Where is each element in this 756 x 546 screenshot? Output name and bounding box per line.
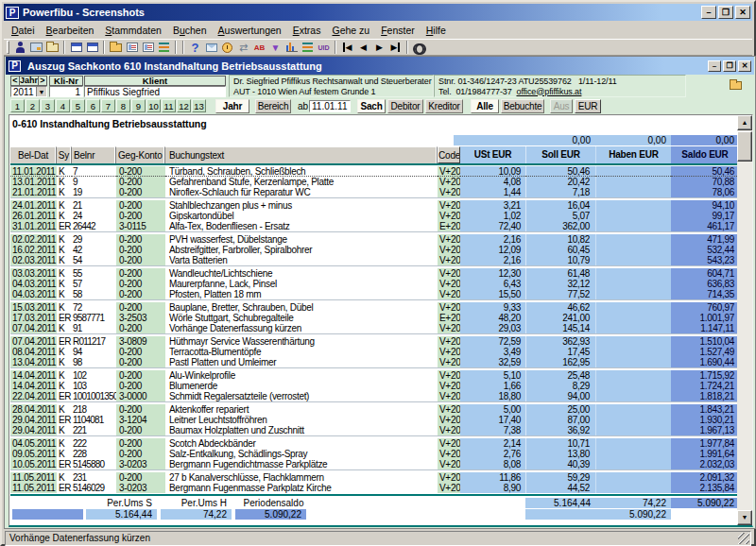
table-row[interactable]: 02.02.2011K290-200PVH wasserfest, Dübels… xyxy=(10,234,739,245)
uid-icon[interactable]: UID xyxy=(316,40,332,55)
table-row[interactable]: 07.04.2011ERR0112173-0809Hüthmayr Servic… xyxy=(10,336,739,347)
table-row[interactable]: 15.03.2011K720-200Bauplane, Bretter, Sch… xyxy=(10,302,739,313)
tab-number-5[interactable]: 5 xyxy=(71,99,85,112)
tab-number-6[interactable]: 6 xyxy=(86,99,100,112)
filter-icon[interactable]: ▼ xyxy=(267,40,284,55)
table-row[interactable]: 03.03.2011K550-200Wandleuchte/Lichtschie… xyxy=(10,268,739,279)
doc-restore-button[interactable]: ❐ xyxy=(723,60,736,72)
nav-first-icon[interactable]: ◀ xyxy=(339,40,355,55)
tab-bebuchte[interactable]: Bebuchte xyxy=(501,99,544,113)
header-haben[interactable]: Haben EUR xyxy=(595,146,671,163)
table-row[interactable]: 29.04.2011K2210-200Baumax Holzplatten un… xyxy=(10,425,739,435)
header-ust[interactable]: USt EUR xyxy=(460,146,525,163)
table-row[interactable]: 04.03.2011K570-200Maurerpfanne, Lack, Pi… xyxy=(10,279,739,289)
tab-number-4[interactable]: 4 xyxy=(56,99,70,112)
table-row[interactable]: 14.04.2011K1030-200BlumenerdeV+201,668,2… xyxy=(10,381,739,391)
tab-number-10[interactable]: 10 xyxy=(146,99,161,112)
tab-number-2[interactable]: 2 xyxy=(26,99,40,112)
layers-icon[interactable] xyxy=(300,40,316,55)
table-row[interactable]: 29.04.2011ER11040813-1204Leitner Leuchts… xyxy=(10,415,739,425)
scroll-down-icon[interactable] xyxy=(737,510,752,525)
minimize-button[interactable]: – xyxy=(701,6,716,19)
list-icon[interactable] xyxy=(156,40,172,55)
table-row[interactable]: 07.04.2011K910-200Vorhänge Datenerfassun… xyxy=(10,323,739,333)
tab-number-9[interactable]: 9 xyxy=(131,99,146,112)
menu-stammdaten[interactable]: Stammdaten xyxy=(99,23,167,38)
table-row[interactable]: 11.05.2011K2310-20027 b Kanalverschlüsse… xyxy=(10,472,739,483)
header-soll[interactable]: Soll EUR xyxy=(525,146,595,163)
nav-next-icon[interactable]: ▶ xyxy=(371,40,387,55)
table-row[interactable]: 24.01.2011K210-200Stahlblechzangen plus … xyxy=(10,200,739,211)
menu-extras[interactable]: Extras xyxy=(287,23,327,38)
tab-debitor[interactable]: Debitor xyxy=(387,99,423,113)
help-icon[interactable]: ? xyxy=(187,40,203,55)
header-beldat[interactable]: Bel-Dat xyxy=(10,146,57,163)
tab-number-11[interactable]: 11 xyxy=(162,99,176,112)
maximize-button[interactable]: ❐ xyxy=(718,6,733,19)
table-row[interactable]: 13.04.2011K980-200Pastl Platten und Umle… xyxy=(10,357,739,367)
tab-number-1[interactable]: 1 xyxy=(10,99,25,112)
ab-text-icon[interactable]: AB xyxy=(251,40,267,55)
close-button[interactable]: ✕ xyxy=(735,6,750,19)
header-code[interactable]: Code xyxy=(438,146,460,163)
tab-number-7[interactable]: 7 xyxy=(101,99,115,112)
ab-date-input[interactable]: 11.01.11 xyxy=(309,100,351,112)
header-gegkonto[interactable]: Geg-Konto xyxy=(116,146,165,163)
doc-close-button[interactable]: ✕ xyxy=(738,60,751,72)
header-belnr[interactable]: Belnr xyxy=(72,146,116,163)
tab-jahr[interactable]: Jahr xyxy=(215,99,249,113)
nav-last-icon[interactable]: ▶ xyxy=(387,40,404,55)
tab-eur[interactable]: EUR xyxy=(575,99,601,113)
window-1-icon[interactable] xyxy=(68,40,84,55)
table-row[interactable]: 16.02.2011K420-200Abstreifgitter, Farbro… xyxy=(10,245,739,255)
table-row[interactable]: 04.05.2011K2220-200Scotch AbdeckbänderV+… xyxy=(10,438,739,449)
table-row[interactable]: 21.01.2011K190-200Niroflex-Schlauch für … xyxy=(10,187,739,197)
tab-sach[interactable]: Sach xyxy=(357,99,386,113)
tab-number-8[interactable]: 8 xyxy=(116,99,130,112)
email-link[interactable]: office@pfiffikus.at xyxy=(516,87,581,96)
table-row[interactable]: 04.03.2011K580-200Pfosten, Platten 18 mm… xyxy=(10,289,739,299)
tab-bereich[interactable]: Bereich xyxy=(255,99,291,113)
folder-icon[interactable] xyxy=(108,40,124,55)
menu-gehe-zu[interactable]: Gehe zu xyxy=(326,23,375,38)
table-row[interactable]: 02.03.2011K540-200Varta BatterienV+202,1… xyxy=(10,255,739,265)
tab-alle[interactable]: Alle xyxy=(471,99,499,113)
nav-prev-icon[interactable]: ◀ xyxy=(355,40,371,55)
tab-number-3[interactable]: 3 xyxy=(41,99,55,112)
year-select[interactable]: 2011 ▼ xyxy=(10,86,47,97)
table-row[interactable]: 22.04.2011ER10010013503-0000Schmidt Rega… xyxy=(10,391,739,401)
table-row[interactable]: 13.01.2011K90-200Gefahrenband Stufe, Ker… xyxy=(10,177,739,187)
table-row[interactable]: 09.05.2011K2280-200Salz-Entkalkung, Schä… xyxy=(10,449,739,459)
table-row[interactable]: 08.04.2011K940-200Terracotta-Blumentöpfe… xyxy=(10,347,739,357)
window-2-icon[interactable] xyxy=(84,40,100,55)
scroll-thumb[interactable] xyxy=(737,131,752,162)
table-row[interactable]: 17.03.2011ER95877713-2503Wörle Stuttgart… xyxy=(10,313,739,323)
tab-number-13[interactable]: 13 xyxy=(192,99,206,112)
klinr-input[interactable]: 1 xyxy=(49,86,83,97)
header-saldo[interactable]: Saldo EUR xyxy=(671,146,739,163)
menu-hilfe[interactable]: Hilfe xyxy=(421,23,452,38)
doc-minimize-button[interactable]: – xyxy=(708,60,721,72)
tab-number-12[interactable]: 12 xyxy=(177,99,191,112)
table-row[interactable]: 10.05.2011ER51458803-0203Bergmann Fugend… xyxy=(10,459,739,469)
tab-kreditor[interactable]: Kreditor xyxy=(425,99,463,113)
year-next-icon[interactable]: > xyxy=(38,77,46,85)
menu-datei[interactable]: Datei xyxy=(6,23,41,38)
journal-icon[interactable] xyxy=(124,40,140,55)
menu-auswertungen[interactable]: Auswertungen xyxy=(213,23,287,38)
scroll-up-icon[interactable] xyxy=(737,115,752,130)
klient-input[interactable]: Pfiffikus Siegfried xyxy=(84,86,226,97)
resize-grip[interactable] xyxy=(738,533,749,544)
year-dropdown-icon[interactable]: ▼ xyxy=(36,87,46,96)
table-row[interactable]: 11.05.2011ER51460293-0203Bergmann Fugenm… xyxy=(10,483,739,493)
menu-fenster[interactable]: Fenster xyxy=(375,23,421,38)
header-text[interactable]: Buchungstext xyxy=(165,146,438,163)
year-prev-icon[interactable]: < xyxy=(11,77,20,85)
table-row[interactable]: 31.01.2011ER264423-0115Alfa-Tex, Bodenfl… xyxy=(10,221,739,231)
table-row[interactable]: 26.01.2011K240-200GipskartondübelV+201,0… xyxy=(10,211,739,221)
table-row[interactable]: 14.04.2011K1020-200Alu-WinkelprofileV+20… xyxy=(10,370,739,381)
chart-icon[interactable] xyxy=(284,40,300,55)
header-sy[interactable]: Sy xyxy=(57,146,72,163)
year-nav[interactable]: < Jahr > xyxy=(10,76,47,86)
print-icon[interactable] xyxy=(44,40,60,55)
